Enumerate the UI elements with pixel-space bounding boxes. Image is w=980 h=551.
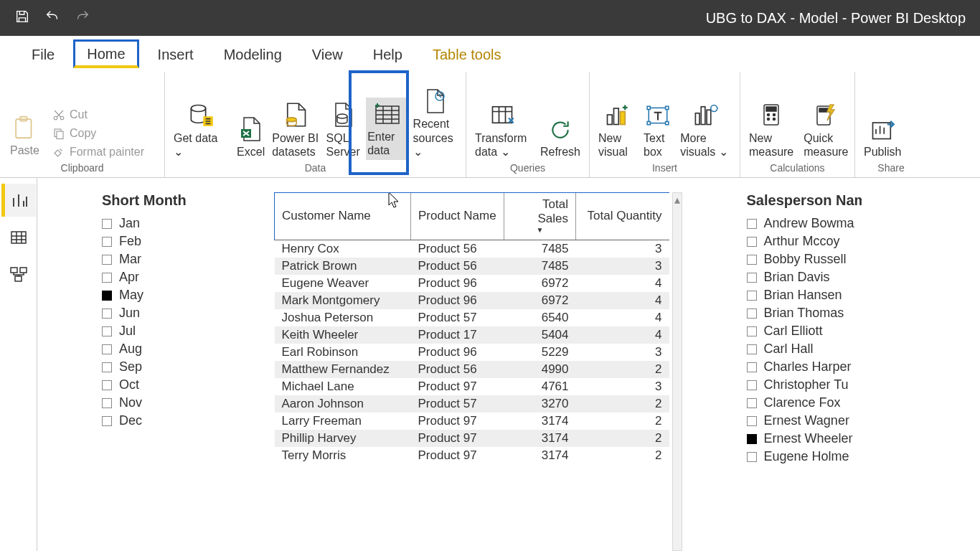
cut-button[interactable]: Cut: [50, 107, 147, 123]
slicer-item-label: Jan: [119, 216, 140, 231]
slicer-item[interactable]: Brian Davis: [747, 268, 862, 286]
column-header[interactable]: Product Name: [411, 193, 504, 240]
slicer-item[interactable]: Dec: [102, 412, 245, 430]
sql-server-button[interactable]: SQL Server: [325, 100, 362, 160]
table-row[interactable]: Henry CoxProduct 5674853: [275, 240, 669, 258]
slicer-item[interactable]: Apr: [102, 268, 245, 286]
menu-bar: File Home Insert Modeling View Help Tabl…: [0, 36, 980, 72]
table-row[interactable]: Mark MontgomeryProduct 9669724: [275, 292, 669, 309]
slicer-item[interactable]: Mar: [102, 250, 245, 268]
cell-customer: Eugene Weaver: [275, 275, 411, 292]
checkbox-icon: [747, 362, 757, 372]
slicer-item[interactable]: Clarence Fox: [747, 394, 862, 412]
table-scrollbar[interactable]: ▴: [672, 192, 682, 551]
publish-button[interactable]: Publish: [862, 115, 903, 160]
save-icon[interactable]: [14, 9, 30, 28]
model-view-button[interactable]: [1, 258, 36, 291]
cell-product: Product 97: [411, 430, 504, 447]
svg-rect-0: [17, 119, 32, 138]
slicer-item[interactable]: Oct: [102, 376, 245, 394]
table-row[interactable]: Patrick BrownProduct 5674853: [275, 258, 669, 275]
menu-modeling[interactable]: Modeling: [212, 42, 293, 66]
redo-icon[interactable]: [75, 9, 90, 28]
slicer-item[interactable]: Ernest Wheeler: [747, 430, 862, 448]
slicer-item[interactable]: Carl Hall: [747, 340, 862, 358]
checkbox-icon: [102, 255, 112, 265]
checkbox-icon: [102, 362, 112, 372]
pbi-datasets-button[interactable]: Power BI datasets: [270, 100, 320, 160]
table-row[interactable]: Michael LaneProduct 9747613: [275, 378, 669, 395]
refresh-button[interactable]: Refresh: [539, 116, 582, 160]
slicer-item[interactable]: Eugene Holme: [747, 448, 862, 466]
table-row[interactable]: Keith WheelerProduct 1754044: [275, 326, 669, 344]
table-row[interactable]: Larry FreemanProduct 9731742: [275, 413, 669, 430]
slicer-item[interactable]: Ernest Wagner: [747, 412, 862, 430]
slicer-item[interactable]: Jun: [102, 304, 245, 322]
slicer-item-label: Charles Harper: [764, 359, 852, 375]
slicer-item[interactable]: Christopher Tu: [747, 376, 862, 394]
slicer-item[interactable]: Aug: [102, 340, 245, 358]
slicer-item[interactable]: Brian Hansen: [747, 286, 862, 304]
svg-rect-24: [707, 110, 711, 125]
text-box-button[interactable]: Text box: [642, 102, 673, 160]
menu-insert[interactable]: Insert: [146, 42, 205, 66]
table-row[interactable]: Matthew FernandezProduct 5649902: [275, 361, 669, 378]
undo-icon[interactable]: [44, 9, 60, 28]
cell-qty: 2: [576, 430, 669, 447]
slicer-item[interactable]: Andrew Bowma: [747, 215, 862, 232]
cell-sales: 4761: [504, 378, 576, 395]
slicer-item[interactable]: Carl Elliott: [747, 322, 862, 340]
slicer-item[interactable]: Charles Harper: [747, 358, 862, 376]
checkbox-icon: [102, 219, 112, 229]
recent-sources-button[interactable]: Recent sources ⌄: [412, 87, 458, 160]
new-visual-button[interactable]: New visual: [597, 100, 636, 160]
copy-button[interactable]: Copy: [50, 126, 147, 141]
checkbox-icon: [102, 291, 112, 301]
slicer-item[interactable]: Sep: [102, 358, 245, 376]
format-painter-button[interactable]: Format painter: [50, 144, 147, 160]
table-row[interactable]: Earl RobinsonProduct 9652293: [275, 344, 669, 361]
table-row[interactable]: Joshua PetersonProduct 5765404: [275, 309, 669, 326]
column-header[interactable]: Customer Name: [275, 193, 411, 240]
table-row[interactable]: Terry MorrisProduct 9731742: [275, 447, 669, 464]
quick-measure-button[interactable]: Quick measure: [802, 100, 849, 160]
svg-point-9: [287, 118, 297, 122]
slicer-short-month[interactable]: Short Month JanFebMarAprMayJunJulAugSepO…: [102, 192, 245, 551]
slicer-item[interactable]: Nov: [102, 394, 245, 412]
menu-home[interactable]: Home: [73, 39, 138, 68]
menu-table-tools[interactable]: Table tools: [421, 42, 513, 66]
cell-product: Product 17: [411, 326, 504, 344]
excel-button[interactable]: Excel: [235, 115, 266, 160]
cell-qty: 4: [576, 292, 669, 309]
svg-rect-15: [613, 108, 618, 125]
menu-view[interactable]: View: [301, 42, 354, 66]
slicer-item[interactable]: Arthur Mccoy: [747, 232, 862, 250]
data-table[interactable]: Customer NameProduct NameTotal Sales▼Tot…: [274, 192, 669, 551]
slicer-item[interactable]: Feb: [102, 232, 245, 250]
menu-help[interactable]: Help: [362, 42, 414, 66]
more-visuals-button[interactable]: More visuals ⌄: [679, 100, 732, 160]
slicer-item[interactable]: May: [102, 286, 245, 304]
table-row[interactable]: Eugene WeaverProduct 9669724: [275, 275, 669, 292]
get-data-button[interactable]: Get data ⌄: [172, 100, 231, 160]
table-row[interactable]: Aaron JohnsonProduct 5732702: [275, 395, 669, 413]
report-view-button[interactable]: [1, 184, 36, 217]
slicer-salesperson[interactable]: Salesperson Nam Andrew BowmaArthur Mccoy…: [747, 192, 862, 551]
slicer-item[interactable]: Bobby Russell: [747, 250, 862, 268]
new-measure-button[interactable]: New measure: [748, 100, 795, 160]
cell-customer: Patrick Brown: [275, 258, 411, 275]
slicer-item-label: May: [119, 288, 143, 303]
paste-button[interactable]: Paste: [7, 110, 42, 160]
data-view-button[interactable]: [1, 221, 36, 254]
transform-data-button[interactable]: Transform data ⌄: [473, 100, 532, 160]
menu-file[interactable]: File: [20, 42, 66, 66]
slicer-item[interactable]: Brian Thomas: [747, 304, 862, 322]
slicer-item-label: Brian Davis: [764, 270, 830, 285]
enter-data-button[interactable]: Enter data: [366, 98, 407, 160]
column-header[interactable]: Total Sales▼: [504, 193, 576, 240]
slicer-item[interactable]: Jul: [102, 322, 245, 340]
slicer-item[interactable]: Jan: [102, 215, 245, 232]
cell-customer: Joshua Peterson: [275, 309, 411, 326]
column-header[interactable]: Total Quantity: [576, 193, 669, 240]
table-row[interactable]: Phillip HarveyProduct 9731742: [275, 430, 669, 447]
